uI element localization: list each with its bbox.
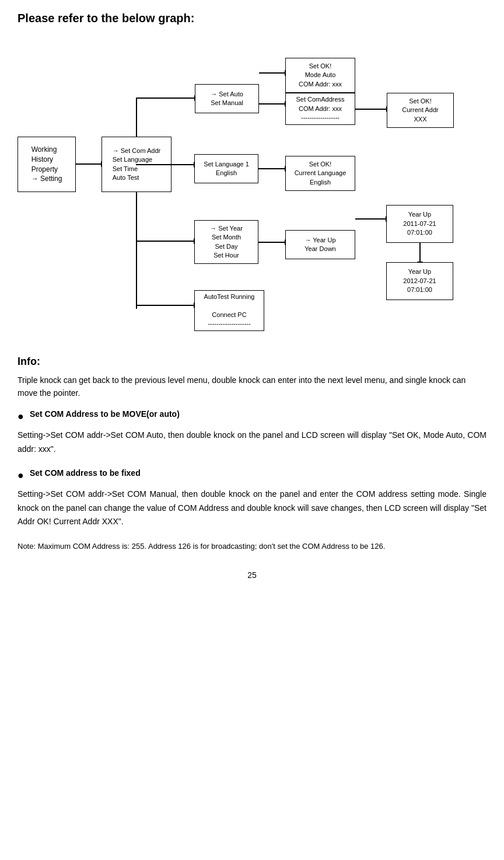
arrow-to-current-addr — [355, 109, 387, 110]
bullet-dot-1: ● — [18, 409, 24, 424]
page-number: 25 — [18, 570, 487, 580]
arrow-to-year2011 — [355, 218, 386, 220]
box-year-updown: → Year UpYear Down — [285, 230, 355, 259]
bullet1-para: Setting->Set COM addr->Set COM Auto, the… — [18, 429, 487, 457]
box-set-auto-manual: → Set AutoSet Manual — [195, 84, 259, 113]
arrow-to-year — [136, 241, 194, 242]
arrow-to-ok-language — [258, 168, 285, 169]
page-heading: Please refer to the below graph: — [18, 12, 487, 25]
box-working-history: WorkingHistoryProperty→ Setting — [18, 137, 76, 192]
bullet-label-1: Set COM Address to be MOVE(or auto) — [30, 409, 180, 419]
vline-to-autotest — [136, 245, 137, 309]
bullet-dot-2: ● — [18, 468, 24, 483]
diagram-area: WorkingHistoryProperty→ Setting → Set Co… — [18, 34, 496, 338]
box-set-year: → Set YearSet MonthSet DaySet Hour — [194, 220, 258, 264]
info-section: Info: Triple knock can get back to the p… — [18, 356, 487, 553]
arrow-to-autotest — [136, 305, 194, 306]
arrow-to-year2012 — [419, 243, 421, 262]
info-title: Info: — [18, 356, 487, 368]
box-autotest: AutoTest RunningConnect PC--------------… — [194, 290, 264, 331]
arrow-1 — [76, 163, 102, 165]
bullet2-para: Setting->Set COM addr->Set COM Manual, t… — [18, 488, 487, 529]
vline-up — [136, 98, 137, 137]
box-year-2012: Year Up2012-07-2107:01:00 — [386, 262, 453, 300]
arrow-to-com-address — [259, 103, 285, 105]
vline-to-year — [136, 192, 137, 245]
box-set-ok-current-addr: Set OK!Current AddrXXX — [387, 93, 454, 128]
note-paragraph: Note: Maximum COM Address is: 255. Addre… — [18, 541, 487, 553]
arrow-to-auto — [136, 98, 195, 99]
box-set-language: Set Language 1English — [194, 154, 258, 183]
arrow-to-set-ok-mode — [259, 72, 285, 74]
bullet-label-2: Set COM address to be fixed — [30, 468, 141, 478]
arrow-to-language — [136, 164, 194, 165]
bullet-item-1: ● Set COM Address to be MOVE(or auto) — [18, 409, 487, 424]
bullet-item-2: ● Set COM address to be fixed — [18, 468, 487, 483]
box-set-ok-language: Set OK!Current LanguageEnglish — [285, 156, 355, 191]
box-set-ok-mode: Set OK!Mode AutoCOM Addr: xxx — [285, 58, 355, 93]
info-paragraph: Triple knock can get back to the previou… — [18, 374, 487, 400]
arrow-to-year-updown — [258, 242, 285, 243]
box-year-2011: Year Up2011-07-2107:01:00 — [386, 205, 453, 243]
box-set-com-address: Set ComAddressCOM Addr: xxx-------------… — [285, 93, 355, 125]
